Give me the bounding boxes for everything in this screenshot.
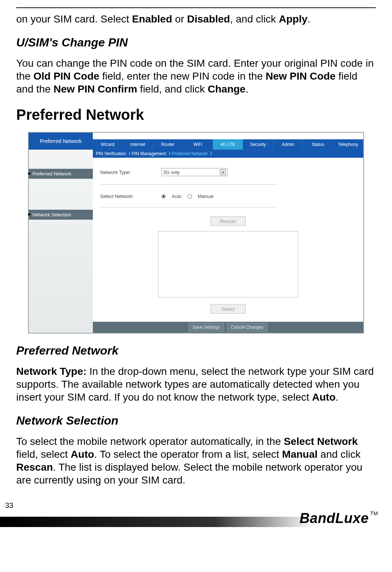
rescan-area: Rescan Select [100, 216, 356, 319]
text: , and click [230, 13, 279, 25]
new-pin-bold: New PIN Code [266, 70, 336, 82]
section-select-network: Select Network: Auto Manual [100, 193, 277, 207]
tab-internet[interactable]: Internet [123, 139, 153, 150]
bottom-bar: Save Settings Cancel Changes [93, 322, 363, 333]
form-area: Network Type: 3G only ▾ Select Network: [93, 158, 363, 322]
section-title: Preferred Network [16, 107, 376, 123]
network-listbox[interactable] [158, 231, 298, 297]
top-rule [16, 7, 376, 8]
brand-text: BandLuxe [300, 510, 369, 526]
network-selection-paragraph: To select the mobile network operator au… [16, 435, 376, 486]
disabled-bold: Disabled [187, 13, 230, 25]
footer: 33 BandLuxeTM [16, 501, 376, 527]
tab-wifi[interactable]: WiFi [183, 139, 213, 150]
text: field, select [16, 449, 71, 460]
router-admin-ui: Preferred Network Preferred Network Netw… [28, 132, 364, 334]
section-network-type: Network Type: 3G only ▾ [100, 168, 277, 185]
auto-bold: Auto [312, 391, 336, 403]
cancel-changes-button[interactable]: Cancel Changes [227, 323, 268, 332]
network-type-bold: Network Type: [16, 366, 87, 377]
crumb-sep: / [211, 151, 212, 156]
tab-router[interactable]: Router [153, 139, 183, 150]
text: and click [318, 449, 361, 460]
preferred-network-heading: Preferred Network [16, 344, 376, 358]
select-network-label: Select Network: [100, 193, 148, 199]
text: . [308, 13, 311, 25]
preferred-network-paragraph: Network Type: In the drop-down menu, sel… [16, 365, 376, 404]
text: field, and click [137, 83, 207, 95]
rescan-button[interactable]: Rescan [210, 216, 246, 226]
page-number: 33 [5, 501, 13, 510]
trademark-icon: TM [370, 510, 378, 516]
breadcrumb: PIN Verification / PIN Management / Pref… [93, 150, 363, 158]
sidebar-item-preferred-network[interactable]: Preferred Network [29, 169, 93, 179]
text: . The list is displayed below. Select th… [16, 461, 363, 486]
crumb-sep: / [169, 151, 170, 156]
text: field, enter the new PIN code in the [99, 70, 266, 82]
tab-4g-lte[interactable]: 4G LTE [213, 139, 243, 150]
tab-wizard[interactable]: Wizard [93, 139, 123, 150]
usim-paragraph: You can change the PIN code on the SIM c… [16, 57, 376, 95]
radio-auto-label: Auto [172, 193, 182, 199]
text: . [336, 391, 339, 403]
text: . [245, 83, 248, 95]
text: or [172, 13, 187, 25]
new-pin-confirm-bold: New PIN Confirm [53, 83, 137, 95]
tabs: Wizard Internet Router WiFi 4G LTE Secur… [93, 139, 363, 150]
tab-status[interactable]: Status [303, 139, 333, 150]
text: To select the mobile network operator au… [16, 436, 284, 447]
embedded-screenshot: Preferred Network Preferred Network Netw… [16, 132, 376, 334]
network-type-value: 3G only [163, 170, 180, 175]
radio-dot-icon [162, 195, 165, 198]
crumb-pin-verification[interactable]: PIN Verification [96, 151, 126, 156]
sidebar-title: Preferred Network [29, 133, 93, 150]
old-pin-bold: Old PIN Code [34, 70, 99, 82]
enabled-bold: Enabled [132, 13, 172, 25]
network-selection-heading: Network Selection [16, 414, 376, 428]
text: on your SIM card. Select [16, 13, 132, 25]
tab-telephony[interactable]: Telephony [333, 139, 364, 150]
save-settings-button[interactable]: Save Settings [189, 323, 224, 332]
crumb-pin-management[interactable]: PIN Management [132, 151, 166, 156]
apply-bold: Apply [279, 13, 308, 25]
radio-manual-label: Manual [198, 193, 214, 199]
network-type-label: Network Type: [100, 170, 148, 175]
sidebar: Preferred Network Network Selection [29, 150, 93, 333]
select-button[interactable]: Select [210, 304, 246, 314]
sidebar-item-network-selection[interactable]: Network Selection [29, 210, 93, 220]
tab-admin[interactable]: Admin [273, 139, 303, 150]
main-column: Wizard Internet Router WiFi 4G LTE Secur… [93, 133, 363, 333]
change-bold: Change [208, 83, 246, 95]
radio-auto[interactable] [161, 194, 166, 199]
select-network-bold: Select Network [284, 436, 358, 447]
auto-bold: Auto [71, 449, 94, 460]
left-column: Preferred Network Preferred Network Netw… [29, 133, 93, 333]
manual-bold: Manual [282, 449, 318, 460]
radio-manual[interactable] [188, 194, 192, 199]
text: . To select the operator from a list, se… [94, 449, 282, 460]
rescan-bold: Rescan [16, 461, 53, 473]
crumb-preferred-network: Preferred Network [172, 151, 207, 156]
brand-logo: BandLuxeTM [300, 510, 378, 526]
chevron-down-icon: ▾ [220, 169, 226, 175]
intro-paragraph: on your SIM card. Select Enabled or Disa… [16, 13, 376, 25]
crumb-sep: / [129, 151, 130, 156]
usim-heading: U/SIM's Change PIN [16, 36, 376, 49]
tab-security[interactable]: Security [243, 139, 273, 150]
network-type-dropdown[interactable]: 3G only ▾ [161, 168, 228, 176]
